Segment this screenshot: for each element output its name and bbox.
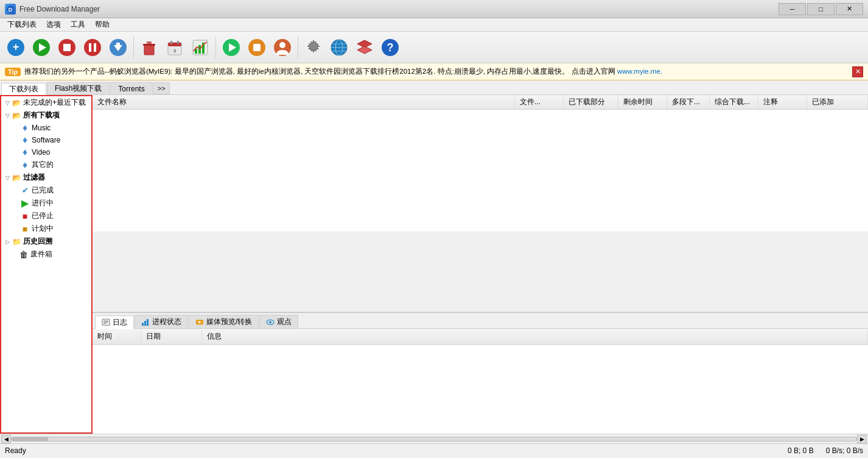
sidebar-software-label: Software bbox=[32, 136, 60, 144]
expand-filter[interactable]: ▽ bbox=[4, 174, 11, 181]
schedule-button[interactable]: 3 bbox=[163, 35, 187, 60]
delete-button[interactable] bbox=[137, 35, 161, 60]
tab-flash[interactable]: Flash视频下载 bbox=[47, 82, 110, 94]
sidebar: ▽ 📂 未完成的+最近下载 ▽ 📂 所有下载项 ♦ Music bbox=[0, 95, 93, 434]
tip-link[interactable]: www.myie.me. bbox=[617, 68, 662, 75]
download-button[interactable] bbox=[106, 35, 130, 60]
scroll-track[interactable] bbox=[11, 437, 857, 442]
separator-3 bbox=[298, 37, 298, 58]
sidebar-item-trash[interactable]: 🗑 废件箱 bbox=[0, 248, 92, 261]
folder-all-icon: 📂 bbox=[12, 111, 21, 121]
titlebar: D Free Download Manager ─ □ ✕ bbox=[0, 0, 868, 18]
sidebar-item-all[interactable]: ▽ 📂 所有下载项 bbox=[0, 109, 92, 122]
tip-label: Tip bbox=[5, 68, 21, 76]
svg-rect-19 bbox=[170, 41, 172, 44]
svg-rect-16 bbox=[147, 41, 152, 44]
scroll-right-button[interactable]: ▶ bbox=[857, 435, 867, 443]
bottom-panel: 日志 进程状态 bbox=[93, 312, 868, 434]
pause-button[interactable] bbox=[80, 35, 105, 60]
menu-tools[interactable]: 工具 bbox=[66, 18, 90, 31]
trash-icon: 🗑 bbox=[19, 250, 29, 259]
menu-help[interactable]: 帮助 bbox=[90, 18, 114, 31]
bullet-completed-icon: ✔ bbox=[20, 186, 30, 196]
bottom-tab-media[interactable]: 媒体预览/转换 bbox=[189, 315, 259, 328]
sidebar-item-completed[interactable]: ✔ 已完成 bbox=[0, 184, 92, 197]
bottom-tab-progress[interactable]: 进程状态 bbox=[135, 315, 188, 328]
media-icon bbox=[195, 318, 204, 326]
svg-rect-48 bbox=[147, 319, 149, 326]
bottom-tab-bar: 日志 进程状态 bbox=[93, 313, 868, 329]
settings-button[interactable] bbox=[301, 35, 326, 60]
add-button[interactable]: + bbox=[4, 35, 28, 60]
help-button[interactable]: ? bbox=[378, 35, 402, 60]
tab-more-button[interactable]: >> bbox=[153, 82, 170, 94]
folder-filter-icon: 📂 bbox=[12, 173, 21, 183]
bottom-tab-view[interactable]: 观点 bbox=[259, 315, 298, 328]
bullet-video-icon: ♦ bbox=[20, 147, 30, 157]
svg-rect-20 bbox=[177, 41, 179, 44]
svg-rect-14 bbox=[144, 45, 154, 55]
expand-history[interactable]: ▷ bbox=[4, 238, 11, 245]
th-filename: 文件名称 bbox=[93, 95, 515, 109]
tab-downloads[interactable]: 下载列表 bbox=[1, 83, 46, 95]
svg-text:?: ? bbox=[387, 41, 394, 54]
start-button[interactable] bbox=[29, 35, 54, 60]
sidebar-item-video[interactable]: ♦ Video bbox=[0, 146, 92, 158]
tip-text: 推荐我们的另外一个产品--蚂蚁浏览器(MyIE9): 最早的国产浏览器, 最好的… bbox=[24, 67, 852, 76]
sidebar-item-scheduled[interactable]: ■ 计划中 bbox=[0, 222, 92, 235]
svg-point-52 bbox=[269, 321, 271, 323]
bottom-tab-progress-label: 进程状态 bbox=[152, 317, 181, 327]
bullet-running-icon: ▶ bbox=[20, 199, 30, 208]
bottom-table-header: 时间 日期 信息 bbox=[93, 329, 868, 345]
bottom-tab-log[interactable]: 日志 bbox=[95, 315, 134, 329]
layers-button[interactable] bbox=[352, 35, 377, 60]
scroll-left-button[interactable]: ◀ bbox=[1, 435, 11, 443]
tab-torrents[interactable]: Torrents bbox=[110, 82, 152, 94]
sidebar-item-recent[interactable]: ▽ 📂 未完成的+最近下载 bbox=[0, 96, 92, 109]
sidebar-item-running[interactable]: ▶ 进行中 bbox=[0, 197, 92, 210]
tip-close-button[interactable]: ✕ bbox=[852, 66, 863, 77]
scroll-thumb[interactable] bbox=[12, 437, 48, 441]
log-icon bbox=[102, 318, 110, 326]
sidebar-item-software[interactable]: ♦ Software bbox=[0, 134, 92, 146]
th-speed: 综合下载... bbox=[710, 95, 758, 109]
stop2-button[interactable] bbox=[245, 35, 269, 60]
expand-recent[interactable]: ▽ bbox=[4, 99, 11, 107]
sidebar-item-history[interactable]: ▷ 📁 历史回溯 bbox=[0, 235, 92, 248]
minimize-button[interactable]: ─ bbox=[779, 3, 806, 15]
title-text: Free Download Manager bbox=[19, 5, 779, 13]
sidebar-item-stopped[interactable]: ■ 已停止 bbox=[0, 210, 92, 222]
svg-text:+: + bbox=[13, 41, 19, 53]
svg-rect-18 bbox=[168, 43, 181, 46]
sidebar-item-filter[interactable]: ▽ 📂 过滤器 bbox=[0, 171, 92, 184]
statusbar: Ready 0 B; 0 B 0 B/s; 0 B/s bbox=[0, 443, 868, 457]
main-panel: 文件名称 文件... 已下载部分 剩余时间 多段下... 综合下载... 注释 … bbox=[93, 95, 868, 434]
close-button[interactable]: ✕ bbox=[836, 3, 863, 15]
sidebar-history-label: 历史回溯 bbox=[23, 236, 52, 247]
svg-rect-10 bbox=[94, 43, 96, 52]
play2-button[interactable] bbox=[219, 35, 243, 60]
svg-text:3: 3 bbox=[173, 48, 177, 54]
sidebar-item-other[interactable]: ♦ 其它的 bbox=[0, 158, 92, 171]
sidebar-scheduled-label: 计划中 bbox=[32, 224, 54, 234]
stop-button[interactable] bbox=[55, 35, 79, 60]
svg-rect-13 bbox=[116, 43, 120, 48]
status-transfer: 0 B; 0 B bbox=[788, 446, 814, 455]
bottom-tab-media-label: 媒体预览/转换 bbox=[206, 317, 252, 327]
th-segments: 多段下... bbox=[667, 95, 710, 109]
menu-downloads[interactable]: 下载列表 bbox=[2, 18, 41, 31]
maximize-button[interactable]: □ bbox=[807, 3, 835, 15]
horizontal-scrollbar[interactable]: ◀ ▶ bbox=[0, 434, 868, 443]
stats-button[interactable] bbox=[188, 35, 212, 60]
expand-all[interactable]: ▽ bbox=[4, 112, 11, 119]
person-button[interactable] bbox=[270, 35, 295, 60]
globe-button[interactable] bbox=[327, 35, 351, 60]
sidebar-video-label: Video bbox=[32, 148, 50, 157]
body-wrapper: 下载列表 Flash视频下载 Torrents >> ▽ 📂 未完成的+最近下载… bbox=[0, 80, 868, 443]
svg-rect-47 bbox=[144, 321, 146, 326]
menu-options[interactable]: 选项 bbox=[41, 18, 66, 31]
bullet-other-icon: ♦ bbox=[20, 160, 30, 170]
bullet-software-icon: ♦ bbox=[20, 135, 30, 145]
sidebar-recent-label: 未完成的+最近下载 bbox=[23, 97, 86, 108]
sidebar-item-music[interactable]: ♦ Music bbox=[0, 122, 92, 134]
